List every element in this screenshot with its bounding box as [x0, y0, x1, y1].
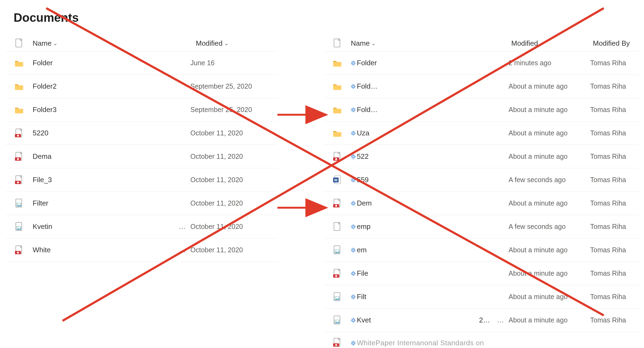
file-name[interactable]: Filter [33, 199, 48, 207]
image-icon [333, 246, 341, 255]
table-row[interactable]: File_3 … October 11, 2020 [5, 168, 277, 192]
table-row[interactable]: Folder2 … About a minute ago Tomas Riha [324, 75, 639, 98]
column-header-modified[interactable]: Modified ⌄ [196, 39, 277, 48]
file-name[interactable]: emp [357, 222, 371, 231]
chevron-down-icon: ⌄ [371, 40, 376, 46]
page-title: Documents [0, 0, 644, 35]
new-item-icon [351, 271, 356, 276]
table-row[interactable]: Filter … October 11, 2020 [5, 192, 277, 215]
table-row[interactable]: Uza … About a minute ago Tomas Riha [324, 122, 639, 145]
table-row[interactable]: 559 … A few seconds ago Tomas Riha [324, 168, 639, 192]
file-name[interactable]: File [357, 269, 368, 278]
file-name[interactable]: Folder [357, 59, 377, 67]
file-list-right: Name ⌄ Modified ⌄ Modified By Folder … 2… [324, 35, 639, 347]
pdf-icon [333, 338, 341, 347]
modified-by: Tomas Riha [590, 82, 636, 90]
modified-date: About a minute ago [509, 316, 590, 324]
modified-date: About a minute ago [509, 246, 590, 254]
folder-icon [15, 83, 23, 90]
new-item-icon [351, 131, 356, 136]
table-row[interactable]: Dema … October 11, 2020 [5, 145, 277, 168]
modified-by: Tomas Riha [590, 316, 636, 324]
file-name[interactable]: Kvet [357, 316, 371, 324]
column-header-modified-by[interactable]: Modified By [593, 39, 639, 48]
file-name[interactable]: File_3 [33, 176, 52, 184]
table-row[interactable]: Dem … About a minute ago Tomas Riha [324, 192, 639, 215]
file-list-left: Name ⌄ Modified ⌄ Folder … June 16 Folde… [5, 35, 277, 347]
modified-date: About a minute ago [509, 153, 590, 160]
new-item-icon [351, 107, 356, 112]
file-name[interactable]: WhitePaper Internanonal Standards on [357, 339, 484, 347]
file-name[interactable]: Folder [33, 59, 53, 67]
file-name[interactable]: Filt [357, 293, 366, 301]
file-name[interactable]: Folder2 [33, 82, 57, 91]
name-overflow-indicator: 2… [479, 316, 490, 324]
new-item-icon [351, 154, 356, 159]
column-header-name[interactable]: Name ⌄ [351, 39, 511, 48]
table-row[interactable]: Folder … 2 minutes ago Tomas Riha [324, 51, 639, 75]
image-icon [15, 199, 23, 208]
table-row[interactable]: emp … A few seconds ago Tomas Riha [324, 215, 639, 238]
modified-by: Tomas Riha [590, 293, 636, 301]
row-actions-button[interactable]: … [174, 222, 190, 231]
word-icon [333, 175, 341, 185]
chevron-down-icon: ⌄ [53, 40, 58, 46]
new-item-icon [351, 341, 356, 346]
file-name[interactable]: Folder2 [357, 82, 379, 91]
row-actions-button[interactable]: … [492, 316, 509, 324]
file-name[interactable]: Dema [33, 152, 51, 161]
file-name[interactable]: Kvetin [33, 222, 52, 231]
pdf-icon [333, 269, 341, 278]
new-item-icon [351, 178, 356, 182]
file-name[interactable]: 559 [357, 176, 369, 184]
generic-icon [333, 222, 341, 231]
modified-date: October 11, 2020 [190, 199, 272, 207]
column-header-modified[interactable]: Modified ⌄ [511, 39, 593, 48]
table-row[interactable]: Kvet 2… … About a minute ago Tomas Riha [324, 309, 639, 332]
modified-by: Tomas Riha [590, 153, 636, 160]
pdf-icon [15, 175, 23, 185]
table-row[interactable]: WhitePaper Internanonal Standards on … [324, 332, 639, 347]
column-header-row: Name ⌄ Modified ⌄ [5, 35, 277, 51]
file-name[interactable]: Folder3 [33, 105, 57, 114]
pdf-icon [333, 199, 341, 208]
file-type-header-icon[interactable] [15, 39, 23, 48]
new-item-icon [351, 318, 356, 323]
table-row[interactable]: em … About a minute ago Tomas Riha [324, 238, 639, 262]
chevron-down-icon: ⌄ [224, 40, 229, 46]
folder-icon [15, 59, 23, 67]
file-name[interactable]: 522 [357, 152, 369, 161]
modified-date: October 11, 2020 [190, 246, 272, 254]
new-item-icon [351, 201, 356, 206]
modified-date: About a minute ago [509, 269, 590, 277]
modified-by: Tomas Riha [590, 129, 636, 137]
table-row[interactable]: 5220 … October 11, 2020 [5, 122, 277, 145]
table-row[interactable]: Folder … June 16 [5, 51, 277, 75]
file-name[interactable]: 5220 [33, 129, 48, 137]
table-row[interactable]: White … October 11, 2020 [5, 238, 277, 262]
table-row[interactable]: 522 … About a minute ago Tomas Riha [324, 145, 639, 168]
new-item-icon [351, 224, 356, 229]
modified-by: Tomas Riha [590, 106, 636, 114]
modified-date: About a minute ago [509, 82, 590, 90]
file-name[interactable]: Uza [357, 129, 369, 137]
modified-date: A few seconds ago [509, 223, 590, 231]
table-row[interactable]: Folder3 … About a minute ago Tomas Riha [324, 98, 639, 122]
file-name[interactable]: Folder3 [357, 105, 379, 114]
modified-date: A few seconds ago [509, 176, 590, 184]
table-row[interactable]: Folder2 … September 25, 2020 [5, 75, 277, 98]
table-row[interactable]: Folder3 … September 25, 2020 [5, 98, 277, 122]
column-header-name[interactable]: Name ⌄ [33, 39, 196, 48]
modified-date: About a minute ago [509, 199, 590, 207]
file-name[interactable]: em [357, 246, 367, 254]
table-row[interactable]: File … About a minute ago Tomas Riha [324, 262, 639, 285]
file-type-header-icon[interactable] [333, 39, 341, 48]
file-name[interactable]: White [33, 246, 51, 254]
row-actions-button[interactable]: … [174, 246, 190, 254]
file-name[interactable]: Dem [357, 199, 372, 207]
table-row[interactable]: Filt … About a minute ago Tomas Riha [324, 285, 639, 309]
modified-date: October 11, 2020 [190, 176, 272, 184]
modified-by: Tomas Riha [590, 59, 636, 67]
new-item-icon [351, 61, 356, 66]
table-row[interactable]: Kvetin … October 11, 2020 [5, 215, 277, 238]
